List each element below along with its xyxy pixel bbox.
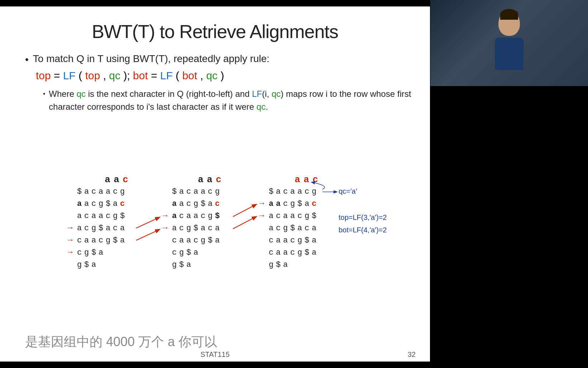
svg-text:c: c — [179, 212, 184, 221]
svg-text:a: a — [208, 199, 212, 208]
svg-text:→: → — [66, 247, 74, 256]
svg-text:$: $ — [305, 248, 309, 257]
svg-text:g: g — [208, 212, 212, 221]
formula-rparen2: ) — [220, 70, 224, 81]
svg-line-147 — [136, 230, 159, 240]
svg-text:c: c — [99, 236, 103, 245]
svg-text:a: a — [113, 199, 118, 208]
svg-text:$: $ — [77, 187, 82, 196]
svg-text:qc='a': qc='a' — [339, 187, 357, 195]
svg-text:$: $ — [172, 187, 177, 196]
svg-text:$: $ — [84, 260, 89, 269]
svg-text:c: c — [172, 248, 177, 257]
svg-text:a: a — [91, 260, 96, 269]
svg-text:g: g — [269, 260, 273, 269]
svg-line-149 — [233, 217, 256, 229]
svg-text:top=LF(3,'a')=2: top=LF(3,'a')=2 — [339, 213, 387, 221]
svg-text:a: a — [276, 236, 281, 245]
qc-ref-1: qc — [77, 89, 86, 99]
svg-text:c: c — [283, 187, 288, 196]
svg-text:a: a — [99, 187, 103, 196]
svg-text:$: $ — [276, 260, 281, 269]
slide-title: BWT(T) to Retrieve Alignments — [18, 21, 412, 42]
svg-text:a: a — [269, 212, 273, 221]
svg-text:a: a — [84, 236, 89, 245]
svg-text:g: g — [283, 224, 288, 233]
t1-header-c: c — [123, 174, 128, 185]
svg-text:a: a — [186, 212, 191, 221]
svg-text:→: → — [66, 235, 74, 244]
svg-text:$: $ — [312, 212, 316, 221]
formula-qc1: qc — [109, 70, 120, 81]
svg-text:g: g — [297, 236, 302, 245]
svg-text:g: g — [215, 187, 220, 196]
webcam-feed — [430, 0, 588, 86]
slide-content: BWT(T) to Retrieve Alignments • To match… — [0, 6, 430, 362]
svg-text:c: c — [179, 224, 184, 233]
svg-text:c: c — [172, 236, 177, 245]
svg-text:a: a — [312, 236, 316, 245]
formula-top-label: top — [36, 70, 51, 81]
svg-text:a: a — [186, 236, 191, 245]
svg-text:c: c — [77, 236, 82, 245]
formula-bot-arg: bot — [182, 70, 197, 81]
svg-text:a: a — [269, 199, 273, 208]
formula-lf2: LF — [160, 70, 173, 81]
subtitle-text: 是基因组中的 4000 万个 a 你可以 — [25, 334, 217, 349]
svg-text:a: a — [99, 212, 103, 221]
svg-text:c: c — [312, 199, 316, 208]
svg-text:c: c — [215, 199, 220, 208]
svg-text:c: c — [208, 187, 212, 196]
svg-text:a: a — [283, 212, 288, 221]
svg-text:c: c — [290, 248, 295, 257]
svg-text:$: $ — [179, 260, 184, 269]
svg-text:a: a — [303, 174, 309, 185]
sub-bullet: • Where qc is the next character in Q (r… — [43, 88, 412, 113]
svg-text:a: a — [215, 236, 220, 245]
sub-bullet-dot: • — [43, 89, 45, 99]
svg-text:bot=LF(4,'a')=2: bot=LF(4,'a')=2 — [339, 226, 387, 234]
svg-text:g: g — [113, 212, 118, 221]
svg-text:a: a — [207, 174, 212, 185]
svg-text:$: $ — [91, 248, 96, 257]
slide-footer: STAT115 32 — [0, 350, 430, 359]
svg-text:$: $ — [208, 236, 212, 245]
svg-text:c: c — [276, 212, 281, 221]
svg-text:g: g — [120, 187, 125, 196]
svg-text:g: g — [77, 260, 82, 269]
svg-text:a: a — [172, 199, 177, 208]
svg-text:$: $ — [99, 224, 103, 233]
svg-text:c: c — [276, 224, 281, 233]
svg-text:a: a — [198, 174, 204, 185]
svg-text:$: $ — [201, 199, 205, 208]
svg-text:$: $ — [106, 199, 110, 208]
svg-text:a: a — [77, 212, 82, 221]
svg-text:c: c — [77, 248, 82, 257]
formula-bot-label: bot — [133, 70, 148, 81]
svg-text:c: c — [91, 199, 96, 208]
svg-text:a: a — [193, 187, 198, 196]
svg-line-148 — [233, 204, 256, 217]
svg-text:a: a — [295, 174, 300, 185]
svg-text:$: $ — [305, 236, 309, 245]
svg-text:c: c — [312, 174, 318, 185]
bullet-dot-1: • — [25, 54, 29, 65]
footer-label: STAT115 — [200, 350, 230, 359]
formula-comma1: , — [103, 70, 109, 81]
webcam-area — [430, 0, 588, 86]
formula-top-arg: top — [85, 70, 100, 81]
bullet-main: • To match Q in T using BWT(T), repeated… — [25, 53, 412, 65]
formula-rparen1: ); — [123, 70, 133, 81]
formula-lf1: LF — [63, 70, 76, 81]
svg-text:c: c — [305, 224, 309, 233]
page-number: 32 — [408, 350, 416, 359]
formula-comma2: , — [200, 70, 206, 81]
svg-text:→: → — [161, 211, 169, 220]
formula-eq2: = — [151, 70, 160, 81]
svg-text:→: → — [66, 223, 74, 232]
svg-text:→: → — [258, 211, 266, 220]
svg-text:a: a — [290, 212, 295, 221]
svg-text:$: $ — [290, 224, 295, 233]
svg-text:g: g — [106, 236, 110, 245]
svg-text:a: a — [179, 199, 184, 208]
